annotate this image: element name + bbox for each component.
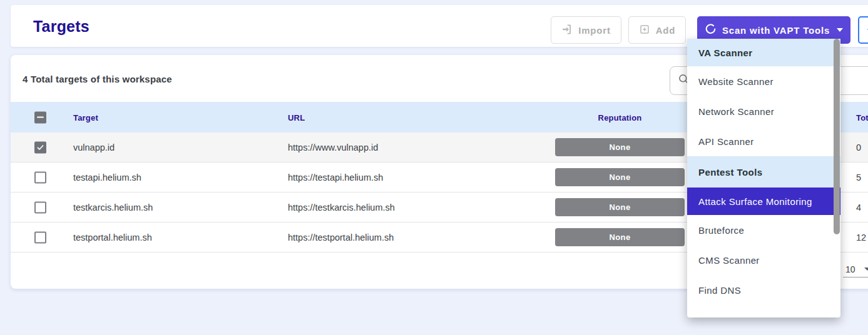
rows-per-page-value: 10: [845, 264, 855, 274]
add-button[interactable]: Add: [628, 16, 686, 44]
menu-section-pentest-tools: Pentest Tools: [687, 156, 840, 188]
target-name: testkarcis.helium.sh: [73, 202, 153, 212]
target-name: vulnapp.id: [73, 142, 115, 152]
menu-item-network-scanner[interactable]: Network Scanner: [687, 96, 840, 126]
file-import-icon: [561, 24, 573, 37]
caret-down-icon: [837, 28, 843, 32]
workspace-summary: 4 Total targets of this workspace: [23, 74, 172, 84]
scan-circle-icon: [705, 23, 717, 37]
target-url: https://testkarcis.helium.sh: [288, 202, 395, 212]
row-checkbox[interactable]: [34, 171, 46, 183]
menu-item-attack-surface-monitoring[interactable]: Attack Surface Monitoring: [687, 188, 840, 215]
vapt-tools-dropdown-menu: VA Scanner Website Scanner Network Scann…: [687, 39, 840, 318]
reputation-badge: None: [555, 198, 685, 216]
menu-section-va-scanner: VA Scanner: [687, 39, 840, 66]
total-count: 0: [856, 142, 861, 152]
target-url: https://www.vulnapp.id: [288, 142, 378, 152]
scan-button-label: Scan with VAPT Tools: [722, 25, 830, 36]
menu-item-website-scanner[interactable]: Website Scanner: [687, 66, 840, 96]
total-count: 5: [856, 172, 861, 182]
column-header-total: Tot: [856, 112, 868, 122]
reputation-badge: None: [555, 228, 685, 246]
checked-checkbox-icon: [34, 141, 46, 153]
dropdown-scrollbar-thumb[interactable]: [834, 39, 840, 234]
target-url: https://testportal.helium.sh: [288, 232, 394, 242]
plus-square-icon: [639, 24, 650, 37]
rows-per-page-select[interactable]: 10: [843, 261, 868, 278]
menu-item-bruteforce[interactable]: Bruteforce: [687, 215, 840, 245]
unchecked-checkbox-icon: [34, 201, 46, 213]
unchecked-checkbox-icon: [34, 171, 46, 183]
menu-item-find-dns[interactable]: Find DNS: [687, 275, 840, 305]
reputation-badge: None: [555, 168, 685, 186]
total-count: 12: [856, 232, 866, 242]
column-header-target: Target: [73, 112, 98, 122]
row-checkbox[interactable]: [34, 201, 46, 213]
target-url: https://testapi.helium.sh: [288, 172, 383, 182]
import-button[interactable]: Import: [551, 16, 621, 44]
reputation-badge: None: [555, 138, 685, 156]
select-caret-icon: [864, 268, 868, 271]
row-checkbox[interactable]: [34, 231, 46, 243]
target-name: testapi.helium.sh: [73, 172, 141, 182]
next-arrow-button[interactable]: [858, 16, 868, 44]
select-all-checkbox[interactable]: [34, 111, 46, 123]
row-checkbox[interactable]: [34, 141, 46, 153]
total-count: 4: [856, 202, 861, 212]
unchecked-checkbox-icon: [34, 231, 46, 243]
column-header-url: URL: [288, 112, 305, 122]
menu-item-api-scanner[interactable]: API Scanner: [687, 126, 840, 156]
menu-item-cms-scanner[interactable]: CMS Scanner: [687, 245, 840, 275]
column-header-reputation: Reputation: [555, 112, 685, 122]
import-button-label: Import: [578, 25, 610, 36]
page-title: Targets: [33, 17, 89, 35]
target-name: testportal.helium.sh: [73, 232, 152, 242]
add-button-label: Add: [656, 25, 676, 36]
